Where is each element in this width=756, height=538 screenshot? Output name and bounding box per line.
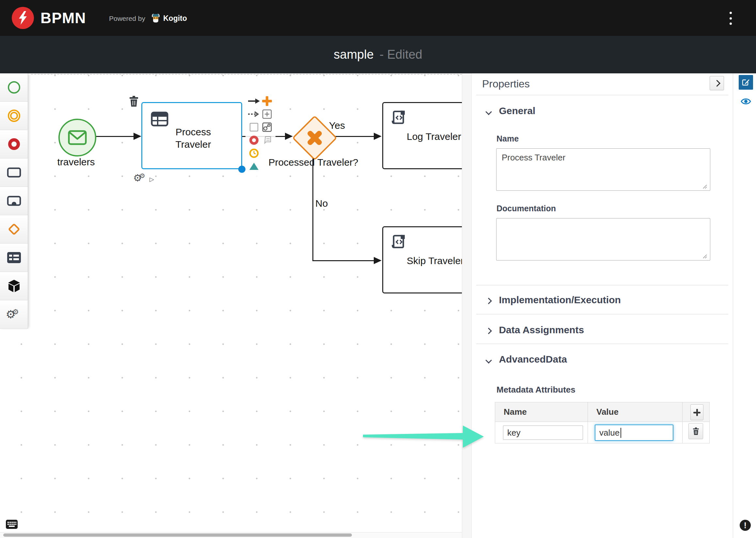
add-end-event-icon[interactable] bbox=[247, 134, 261, 147]
task-label: Log Traveler bbox=[407, 131, 462, 142]
start-event-node[interactable] bbox=[58, 119, 96, 156]
start-event-label: travelers bbox=[48, 156, 104, 168]
section-label: Data Assignments bbox=[499, 324, 584, 335]
preview-eye-icon[interactable] bbox=[740, 97, 751, 106]
cube-icon bbox=[8, 279, 21, 293]
chevron-right-icon bbox=[485, 328, 492, 334]
attribute-name-input[interactable] bbox=[503, 425, 583, 440]
business-rule-icon bbox=[151, 112, 168, 127]
bpmn-logo-icon bbox=[12, 7, 34, 29]
task-label: Process Traveler bbox=[167, 126, 220, 151]
dashed-connector-icon[interactable] bbox=[247, 108, 261, 121]
palette-item-gateway[interactable] bbox=[0, 215, 28, 243]
edited-badge: - Edited bbox=[380, 48, 422, 62]
palette-item-task[interactable] bbox=[0, 158, 28, 187]
edge-yes-label: Yes bbox=[329, 120, 345, 131]
divider bbox=[476, 314, 728, 314]
divider bbox=[476, 285, 728, 285]
section-label: General bbox=[499, 105, 536, 116]
task-type-switch-icon[interactable]: ⚙⚙ bbox=[133, 173, 148, 183]
powered-by-label: Powered by bbox=[109, 0, 145, 36]
palette-item-start-event[interactable] bbox=[0, 73, 28, 102]
add-text-annotation-icon[interactable] bbox=[261, 134, 274, 147]
palette-item-end-event[interactable] bbox=[0, 130, 28, 158]
gateway-x-icon bbox=[302, 126, 327, 150]
add-attribute-button[interactable] bbox=[690, 404, 704, 420]
edge-gateway-to-log bbox=[334, 136, 374, 137]
chevron-down-icon bbox=[485, 109, 492, 115]
expand-caret-icon[interactable]: ▷ bbox=[150, 176, 154, 182]
shape-palette: ⚙⚙ bbox=[0, 73, 28, 327]
add-timer-event-icon[interactable] bbox=[247, 147, 261, 160]
section-data-assignments[interactable]: Data Assignments bbox=[486, 324, 584, 336]
create-node-icon[interactable] bbox=[261, 94, 274, 108]
name-field-label: Name bbox=[496, 134, 519, 143]
kebab-menu-icon[interactable] bbox=[727, 12, 734, 25]
edge-no-vertical bbox=[312, 157, 313, 261]
text-cursor bbox=[620, 428, 621, 438]
divider bbox=[476, 344, 728, 344]
add-subprocess-icon[interactable] bbox=[247, 121, 261, 134]
palette-item-intermediate-event[interactable] bbox=[0, 102, 28, 130]
sequence-flow-icon[interactable] bbox=[247, 94, 261, 108]
keyboard-shortcuts-icon[interactable] bbox=[6, 519, 18, 529]
metadata-attributes-label: Metadata Attributes bbox=[496, 385, 576, 395]
edit-pencil-icon bbox=[742, 78, 750, 87]
morph-shape-icon[interactable] bbox=[247, 160, 261, 173]
section-advanced-data[interactable]: AdvancedData bbox=[486, 354, 567, 365]
start-event-icon bbox=[7, 81, 21, 94]
kogito-logo-icon bbox=[151, 13, 160, 25]
diagram-canvas[interactable]: travelers Process Traveler ⚙⚙ ▷ bbox=[0, 73, 462, 538]
script-task-icon bbox=[391, 234, 408, 250]
task-icon bbox=[7, 167, 21, 178]
delete-attribute-button[interactable] bbox=[688, 423, 703, 439]
documentation-field-label: Documentation bbox=[496, 204, 556, 213]
gears-icon: ⚙⚙ bbox=[6, 309, 22, 320]
palette-item-subprocess[interactable] bbox=[0, 187, 28, 215]
section-implementation-execution[interactable]: Implementation/Execution bbox=[486, 295, 621, 305]
arrowhead bbox=[134, 133, 141, 140]
palette-item-custom-tasks[interactable] bbox=[0, 243, 28, 272]
column-header-value: Value bbox=[588, 403, 682, 421]
palette-item-artifacts[interactable] bbox=[0, 272, 28, 300]
documentation-input[interactable] bbox=[496, 218, 710, 260]
edge-start-to-task bbox=[94, 136, 134, 137]
palette-item-service-tasks[interactable]: ⚙⚙ bbox=[0, 300, 28, 329]
annotation-arrow bbox=[361, 421, 485, 452]
section-label: Implementation/Execution bbox=[499, 295, 620, 305]
skip-traveler-task[interactable]: Skip Traveler bbox=[382, 226, 462, 294]
attribute-value-input[interactable] bbox=[595, 424, 673, 441]
section-general[interactable]: General bbox=[486, 105, 536, 116]
divider bbox=[476, 95, 728, 95]
link-nodes-icon[interactable] bbox=[261, 121, 274, 134]
arrowhead bbox=[285, 133, 293, 140]
process-traveler-task[interactable]: Process Traveler bbox=[141, 102, 242, 169]
properties-dock-button[interactable] bbox=[739, 75, 753, 90]
section-label: AdvancedData bbox=[499, 354, 567, 364]
kogito-brand-label: Kogito bbox=[163, 0, 187, 36]
gateway-label: Processed Traveler? bbox=[264, 157, 362, 168]
bpmn-editor: BPMN Powered by Kogito sample - Edited bbox=[0, 0, 756, 538]
chevron-down-icon bbox=[485, 357, 492, 363]
scrollbar-thumb[interactable] bbox=[3, 533, 352, 537]
chevron-right-icon bbox=[713, 80, 720, 86]
arrowhead bbox=[374, 133, 382, 140]
trash-icon bbox=[693, 427, 699, 435]
error-badge[interactable]: ! bbox=[740, 520, 751, 531]
task-label: Skip Traveler bbox=[407, 255, 462, 266]
envelope-icon bbox=[68, 130, 87, 145]
panel-title: Properties bbox=[482, 78, 530, 90]
gateway-icon bbox=[7, 222, 22, 237]
add-task-icon[interactable] bbox=[261, 108, 274, 121]
log-traveler-task[interactable]: Log Traveler bbox=[382, 102, 462, 169]
collapse-panel-button[interactable] bbox=[710, 76, 724, 90]
canvas-vertical-scrollbar[interactable] bbox=[462, 73, 472, 538]
document-titlebar: sample - Edited bbox=[0, 36, 756, 73]
name-input[interactable]: Process Traveler bbox=[496, 148, 710, 191]
intermediate-event-icon bbox=[7, 109, 21, 123]
resize-handle[interactable] bbox=[238, 166, 245, 173]
arrowhead bbox=[374, 257, 382, 264]
document-name: sample bbox=[334, 48, 374, 62]
subprocess-icon bbox=[7, 195, 21, 207]
delete-icon[interactable] bbox=[129, 95, 139, 107]
